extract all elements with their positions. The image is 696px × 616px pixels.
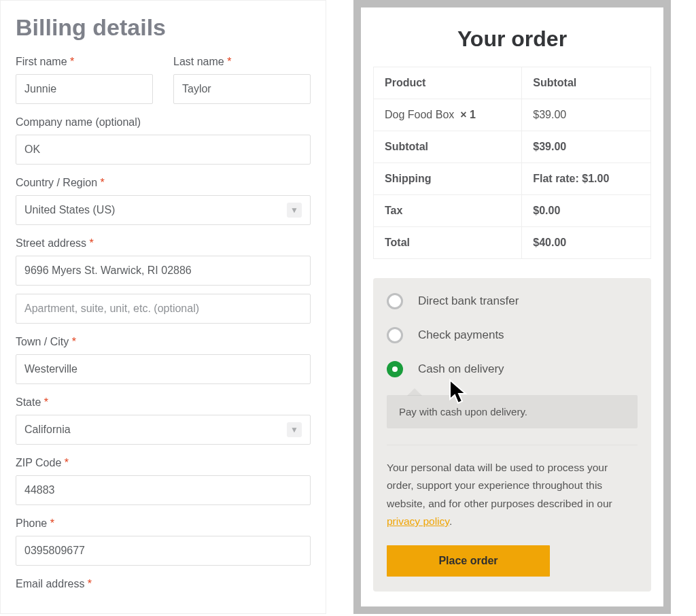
radio-unchecked-icon xyxy=(387,293,403,309)
total-label: Total xyxy=(374,227,522,259)
subtotal-col-header: Subtotal xyxy=(522,67,651,99)
city-label: Town / City * xyxy=(16,336,311,348)
order-summary-panel: Your order Product Subtotal Dog Food Box… xyxy=(361,7,663,606)
phone-label: Phone * xyxy=(16,517,311,530)
tax-value: $0.00 xyxy=(522,195,651,227)
payment-option-label: Direct bank transfer xyxy=(418,294,519,308)
company-input[interactable] xyxy=(16,135,311,165)
phone-input[interactable] xyxy=(16,536,311,566)
chevron-down-icon: ▼ xyxy=(287,203,302,218)
privacy-notice: Your personal data will be used to proce… xyxy=(387,459,638,530)
order-summary-frame: Your order Product Subtotal Dog Food Box… xyxy=(353,0,671,614)
state-select[interactable]: California ▼ xyxy=(16,415,311,445)
state-value: California xyxy=(24,424,71,436)
shipping-label: Shipping xyxy=(374,163,522,195)
payment-methods-box: Direct bank transfer Check payments Cash… xyxy=(373,278,651,592)
zip-input[interactable] xyxy=(16,475,311,505)
first-name-input[interactable] xyxy=(16,74,153,104)
billing-heading: Billing details xyxy=(16,14,311,41)
chevron-down-icon: ▼ xyxy=(287,422,302,437)
total-value: $40.00 xyxy=(522,227,651,259)
tax-label: Tax xyxy=(374,195,522,227)
radio-checked-icon xyxy=(387,361,403,377)
last-name-label: Last name * xyxy=(173,56,311,68)
country-select[interactable]: United States (US) ▼ xyxy=(16,195,311,225)
email-label: Email address * xyxy=(16,578,311,590)
country-value: United States (US) xyxy=(24,204,115,216)
country-label: Country / Region * xyxy=(16,177,311,189)
street-label: Street address * xyxy=(16,237,311,250)
state-label: State * xyxy=(16,396,311,409)
last-name-input[interactable] xyxy=(173,74,311,104)
payment-option-bank[interactable]: Direct bank transfer xyxy=(387,293,638,309)
order-table: Product Subtotal Dog Food Box × 1 $39.00… xyxy=(373,67,651,259)
payment-option-label: Check payments xyxy=(418,328,504,342)
divider xyxy=(387,445,638,445)
first-name-label: First name * xyxy=(16,56,153,68)
company-label: Company name (optional) xyxy=(16,116,311,129)
subtotal-label: Subtotal xyxy=(374,131,522,163)
street1-input[interactable] xyxy=(16,256,311,286)
line-item-name: Dog Food Box × 1 xyxy=(374,99,522,131)
billing-details-panel: Billing details First name * Last name *… xyxy=(0,0,326,614)
order-heading: Your order xyxy=(373,27,651,52)
privacy-policy-link[interactable]: privacy policy xyxy=(387,515,449,527)
payment-option-label: Cash on delivery xyxy=(418,362,504,376)
street2-input[interactable] xyxy=(16,294,311,324)
city-input[interactable] xyxy=(16,354,311,384)
line-item-price: $39.00 xyxy=(522,99,651,131)
radio-unchecked-icon xyxy=(387,327,403,343)
subtotal-value: $39.00 xyxy=(522,131,651,163)
product-col-header: Product xyxy=(374,67,522,99)
zip-label: ZIP Code * xyxy=(16,457,311,469)
place-order-button[interactable]: Place order xyxy=(387,545,550,577)
payment-option-cod[interactable]: Cash on delivery xyxy=(387,361,638,377)
payment-description: Pay with cash upon delivery. xyxy=(387,395,638,428)
payment-option-check[interactable]: Check payments xyxy=(387,327,638,343)
shipping-value: Flat rate: $1.00 xyxy=(522,163,651,195)
